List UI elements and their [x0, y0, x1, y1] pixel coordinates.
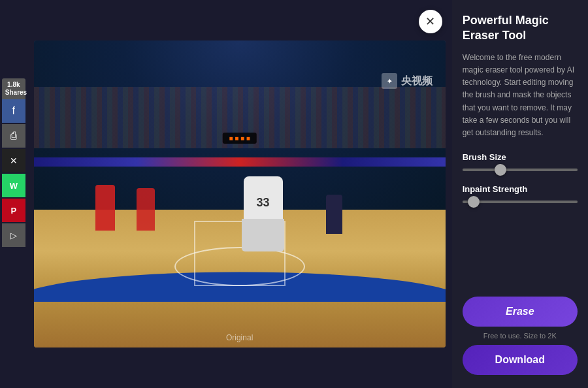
- inpaint-strength-thumb[interactable]: [468, 196, 480, 208]
- watermark: ✦ 央视频: [382, 73, 433, 89]
- inpaint-strength-slider[interactable]: [463, 201, 578, 203]
- scoreboard: ■ ■ ■ ■: [222, 133, 257, 144]
- player-shorts: [242, 219, 284, 251]
- main-content: ✕ 33: [27, 0, 452, 388]
- brush-size-control: Brush Size: [463, 152, 578, 171]
- image-container[interactable]: 33 ■ ■ ■ ■ ✦ 央视频 Original: [34, 40, 446, 348]
- inpaint-strength-label: Inpaint Strength: [463, 184, 578, 194]
- brush-size-thumb[interactable]: [495, 164, 506, 176]
- panel-title: Powerful Magic Eraser Tool: [463, 13, 578, 44]
- brush-size-slider[interactable]: [463, 169, 578, 171]
- original-label: Original: [226, 333, 253, 342]
- player-red-1: [95, 185, 115, 231]
- share-count-value: 1.8k: [7, 81, 20, 88]
- player-main: 33: [234, 157, 293, 261]
- free-label: Free to use. Size to 2K: [463, 332, 578, 340]
- facebook-share-button[interactable]: f: [2, 99, 25, 123]
- basketball-image: 33 ■ ■ ■ ■ ✦ 央视频: [34, 40, 446, 348]
- shares-label: Shares: [5, 89, 27, 96]
- watermark-text: 央视频: [401, 74, 433, 88]
- brush-size-track: [463, 169, 578, 171]
- share-sidebar: 1.8k Shares f ⎙ ✕ W P ▷: [0, 0, 27, 388]
- share-count: 1.8k Shares: [2, 78, 25, 99]
- whatsapp-share-button[interactable]: W: [2, 174, 25, 197]
- print-share-button[interactable]: ⎙: [2, 124, 25, 148]
- right-panel: Powerful Magic Eraser Tool Welcome to th…: [452, 0, 588, 388]
- pinterest-share-button[interactable]: P: [2, 199, 25, 222]
- player-dark: [326, 195, 342, 234]
- download-button[interactable]: Download: [463, 345, 578, 375]
- twitter-share-button[interactable]: ✕: [2, 149, 25, 172]
- forward-share-button[interactable]: ▷: [2, 223, 25, 247]
- erase-button[interactable]: Erase: [463, 297, 578, 327]
- player-red-2: [137, 188, 155, 231]
- close-button[interactable]: ✕: [419, 10, 442, 33]
- inpaint-strength-control: Inpaint Strength: [463, 184, 578, 203]
- brush-size-label: Brush Size: [463, 152, 578, 162]
- watermark-icon: ✦: [382, 73, 397, 89]
- panel-description: Welcome to the free modern magic eraser …: [463, 52, 578, 139]
